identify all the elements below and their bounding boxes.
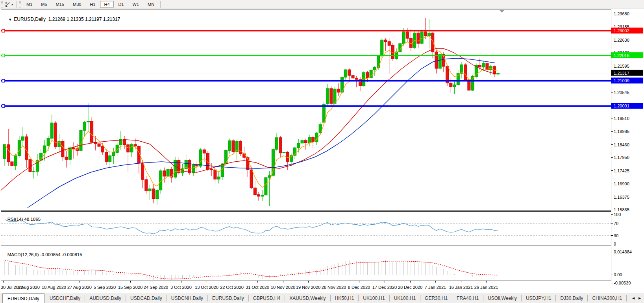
chart-tab-fra40-h1[interactable]: FRA40,H1 [452, 295, 483, 301]
line-anchor-handle[interactable] [2, 79, 5, 82]
chart-tab-eurusd-daily[interactable]: EURUSD,Daily [2, 293, 44, 303]
candle-body [348, 70, 351, 76]
candle-body [11, 162, 13, 166]
chart-tab-gbpusd-h4[interactable]: GBPUSD,H4 [249, 295, 285, 301]
tab-scroll-left-icon[interactable]: ◄ [631, 296, 635, 300]
tab-scroll-controls: ◄ ► [630, 293, 643, 303]
timeframe-button-w1[interactable]: W1 [129, 1, 143, 8]
price-tick-label: 1.17425 [614, 168, 629, 173]
candle-body [330, 89, 333, 103]
candle-body [192, 165, 195, 173]
candle-body [72, 148, 75, 149]
date-tick-label: 8 Aug 2020 [18, 285, 40, 290]
candle-body [297, 143, 300, 148]
macd-tick-label: 0.014384 [614, 249, 632, 254]
date-tick-label: 28 Nov 2020 [322, 285, 346, 290]
candle-body [155, 190, 158, 199]
candle-body [112, 152, 115, 155]
date-tick-label: 17 Dec 2020 [372, 285, 397, 290]
ma-fast-line[interactable] [5, 36, 498, 187]
current-price-label: 1.21317 [614, 71, 629, 76]
toolbar-drag-handle[interactable] [1, 1, 3, 7]
candle-body [265, 177, 267, 195]
candle-body [217, 177, 220, 179]
chart-tab-hk50-h1[interactable]: HK50,H1 [331, 295, 359, 301]
chart-tab-usoil-weekly[interactable]: USOil,Weekly [483, 295, 522, 301]
line-price-label: 1.21009 [614, 78, 629, 83]
candle-body [61, 141, 64, 157]
candle-body [232, 140, 235, 152]
timeframe-button-m5[interactable]: M5 [37, 1, 51, 8]
chart-title: ▼EURUSD,Daily 1.21269 1.21335 1.21197 1.… [3, 11, 120, 28]
candle-body [210, 170, 213, 170]
rsi-value: 48.1865 [24, 217, 41, 222]
candle-body [47, 139, 50, 146]
candle-body [366, 72, 369, 78]
timeframe-button-mn[interactable]: MN [144, 1, 158, 8]
chart-tab-uk100-h1[interactable]: UK100,H1 [390, 295, 420, 301]
price-chart-canvas[interactable]: 1.236801.231551.226301.221201.215951.210… [0, 0, 644, 303]
macd-name: MACD(12,26,9) [7, 252, 39, 257]
candle-body [482, 63, 485, 67]
timeframe-button-m15[interactable]: M15 [52, 1, 68, 8]
candle-body [65, 157, 68, 159]
chart-tab-usdchf-daily[interactable]: USDCHF,Daily [45, 295, 85, 301]
chart-ohlc-values: 1.21269 1.21335 1.21197 1.21317 [48, 17, 120, 22]
candle-body [428, 33, 431, 36]
candle-body [308, 137, 311, 143]
macd-tick-label: -0.00539 [614, 281, 631, 285]
tool-dropdown-caret[interactable]: ▾ [11, 3, 13, 6]
chart-tab-china300-h1[interactable]: CHINA300,H1 [588, 295, 627, 301]
chart-tab-uk100-h1[interactable]: UK100,H1 [359, 295, 389, 301]
price-tick-label: 1.20545 [614, 90, 629, 95]
candle-body [188, 160, 191, 173]
chart-tab-usdjpy-h1[interactable]: USDJPY,H1 [522, 295, 556, 301]
candle-body [301, 140, 303, 143]
price-tick-label: 1.16375 [614, 195, 629, 200]
chart-shift-marker-icon[interactable] [500, 10, 504, 13]
tab-scroll-right-icon[interactable]: ► [638, 296, 642, 300]
macd-values: -0.000854 -0.000815 [40, 252, 82, 257]
macd-tick-label: 0.00 [614, 272, 622, 277]
chart-tab-eurusd-daily[interactable]: EURUSD,Daily [208, 295, 249, 301]
chart-tab-xauusd-weekly[interactable]: XAUUSD,Weekly [285, 295, 330, 301]
chart-tab-bar: EURUSD,DailyUSDCHF,DailyAUDUSD,DailyUSDC… [0, 293, 644, 303]
timeframe-button-d1[interactable]: D1 [115, 1, 128, 8]
date-tick-label: 26 Jan 2021 [474, 285, 498, 290]
price-tick-label: 1.18985 [614, 129, 629, 134]
candle-body [7, 145, 10, 162]
timeframe-button-m30[interactable]: M30 [69, 1, 85, 8]
candle-body [203, 150, 205, 153]
candle-body [272, 150, 274, 176]
candle-body [29, 159, 31, 172]
rsi-line [5, 220, 498, 234]
candle-body [130, 144, 133, 152]
timeframe-button-m1[interactable]: M1 [22, 1, 36, 8]
candle-body [134, 144, 137, 146]
line-anchor-handle[interactable] [2, 30, 5, 32]
chart-tab-dj30-daily[interactable]: DJ30,Daily [556, 295, 588, 301]
toolbar-separator [16, 1, 17, 8]
timeframe-button-h4[interactable]: H4 [100, 1, 113, 8]
chart-tab-audusd-daily[interactable]: AUDUSD,Daily [85, 295, 126, 301]
chart-tab-usdcad-daily[interactable]: USDCAD,Daily [126, 295, 167, 301]
date-tick-label: 28 Dec 2020 [398, 285, 422, 290]
line-price-label: 1.20001 [614, 103, 629, 108]
date-tick-label: 3 Oct 2020 [170, 285, 192, 290]
toolbar-drag-handle-2[interactable] [19, 1, 21, 7]
chart-tab-usdcnh-daily[interactable]: USDCNH,Daily [167, 295, 208, 301]
line-anchor-handle[interactable] [2, 105, 5, 107]
price-tick-label: 1.16900 [614, 181, 629, 186]
chart-title-dropdown-icon[interactable]: ▼ [8, 18, 12, 22]
date-tick-label: 27 Aug 2020 [67, 285, 92, 290]
candle-body [32, 172, 35, 172]
rsi-tick-label: 30 [614, 233, 618, 238]
price-tick-label: 1.23680 [614, 11, 629, 16]
line-anchor-handle[interactable] [2, 54, 5, 57]
line-studies-tool-icon[interactable] [4, 1, 11, 7]
candle-body [424, 32, 427, 36]
rsi-tick-label: 0 [614, 242, 616, 246]
chart-tab-ger30-h1[interactable]: GER30,H1 [420, 295, 452, 301]
timeframe-button-h1[interactable]: H1 [86, 1, 99, 8]
rsi-tick-label: 70 [614, 221, 618, 226]
